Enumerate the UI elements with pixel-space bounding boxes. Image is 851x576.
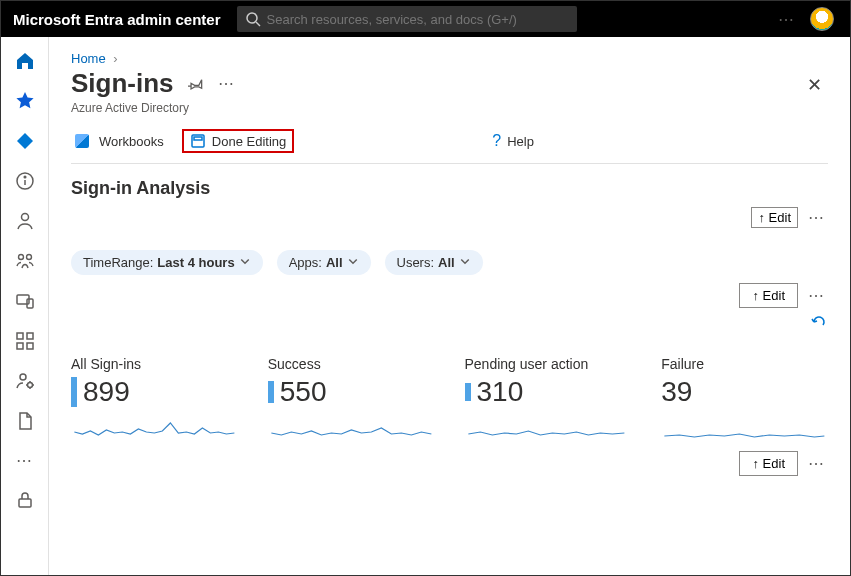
global-search-input[interactable]: [267, 12, 569, 27]
sparkline-all: [71, 418, 238, 443]
svg-point-15: [27, 383, 32, 388]
sparkline-failure: [661, 418, 828, 443]
group-icon[interactable]: [15, 251, 35, 271]
svg-rect-18: [194, 137, 202, 140]
refresh-icon[interactable]: [398, 132, 402, 151]
svg-rect-13: [27, 343, 33, 349]
filter-users[interactable]: Users: All: [385, 250, 483, 275]
topbar-more-icon[interactable]: ⋯: [778, 10, 796, 29]
section-title: Sign-in Analysis: [71, 178, 828, 199]
global-search[interactable]: [237, 6, 577, 32]
edit-more-1-icon[interactable]: ⋯: [808, 208, 826, 227]
product-title: Microsoft Entra admin center: [13, 11, 221, 28]
save-icon[interactable]: [308, 132, 312, 151]
kpi-row: All Sign-ins 899 Success 550 Pending use…: [71, 356, 828, 443]
help-icon: ?: [492, 132, 501, 150]
chevron-down-icon[interactable]: [380, 132, 384, 151]
rail-more-icon[interactable]: ⋯: [16, 451, 34, 470]
svg-point-5: [21, 214, 28, 221]
svg-line-1: [256, 22, 260, 26]
workbooks-button[interactable]: Workbooks: [71, 132, 168, 151]
close-icon[interactable]: ✕: [807, 74, 822, 96]
svg-rect-12: [17, 343, 23, 349]
cloud-icon[interactable]: [416, 132, 420, 151]
done-editing-icon: [190, 133, 206, 149]
sparkline-pending: [465, 418, 632, 443]
avatar[interactable]: [810, 7, 834, 31]
svg-point-14: [20, 374, 26, 380]
filter-bar: TimeRange: Last 4 hours Apps: All Users:…: [71, 250, 828, 275]
page-title: Sign-ins: [71, 68, 174, 99]
kpi-failure: Failure 39: [661, 356, 828, 443]
sparkline-success: [268, 418, 435, 443]
roles-icon[interactable]: [15, 371, 35, 391]
search-icon: [245, 11, 261, 27]
svg-point-7: [26, 255, 31, 260]
svg-point-4: [24, 176, 26, 178]
edit-button-3[interactable]: ↑ Edit: [739, 451, 798, 476]
help-button[interactable]: ? Help: [488, 130, 538, 152]
apps-icon[interactable]: [15, 331, 35, 351]
pin-toolbar-icon[interactable]: [434, 132, 438, 151]
edit-button-1[interactable]: ↑ Edit: [751, 207, 798, 228]
document-icon[interactable]: [15, 411, 35, 431]
left-nav-rail: ⋯: [1, 37, 49, 576]
diamond-icon[interactable]: [15, 131, 35, 151]
chevron-down-icon: [239, 255, 251, 270]
breadcrumb[interactable]: Home ›: [71, 45, 828, 68]
kpi-success: Success 550: [268, 356, 435, 443]
kpi-all-signins: All Sign-ins 899: [71, 356, 238, 443]
edit-more-3-icon[interactable]: ⋯: [808, 454, 826, 473]
chevron-down-icon: [459, 255, 471, 270]
command-bar: Workbooks Done Editing: [71, 115, 828, 164]
filter-timerange[interactable]: TimeRange: Last 4 hours: [71, 250, 263, 275]
svg-rect-16: [19, 499, 31, 507]
undo-icon[interactable]: [810, 312, 826, 328]
title-more-icon[interactable]: ⋯: [218, 74, 236, 93]
chevron-right-icon: ›: [113, 51, 117, 66]
home-icon[interactable]: [15, 51, 35, 71]
favorites-icon[interactable]: [15, 91, 35, 111]
svg-rect-10: [17, 333, 23, 339]
topbar: Microsoft Entra admin center ⋯: [1, 1, 850, 37]
edit-pencil-icon[interactable]: [362, 132, 366, 151]
svg-point-6: [18, 255, 23, 260]
kpi-pending: Pending user action 310: [465, 356, 632, 443]
info-icon[interactable]: [15, 171, 35, 191]
workbooks-icon: [75, 134, 89, 148]
save-as-icon[interactable]: [326, 132, 330, 151]
page-subtitle: Azure Active Directory: [71, 101, 807, 115]
user-icon[interactable]: [15, 211, 35, 231]
svg-point-0: [247, 13, 257, 23]
edit-button-2[interactable]: ↑ Edit: [739, 283, 798, 308]
code-icon[interactable]: [452, 132, 456, 151]
edit-more-2-icon[interactable]: ⋯: [808, 286, 826, 305]
pin-icon[interactable]: [188, 76, 204, 92]
done-editing-button[interactable]: Done Editing: [182, 129, 294, 153]
lock-icon[interactable]: [15, 490, 35, 510]
settings-icon[interactable]: [344, 132, 348, 151]
breadcrumb-home[interactable]: Home: [71, 51, 106, 66]
filter-apps[interactable]: Apps: All: [277, 250, 371, 275]
devices-icon[interactable]: [15, 291, 35, 311]
chevron-down-icon: [347, 255, 359, 270]
feedback-icon[interactable]: [470, 132, 474, 151]
svg-rect-11: [27, 333, 33, 339]
